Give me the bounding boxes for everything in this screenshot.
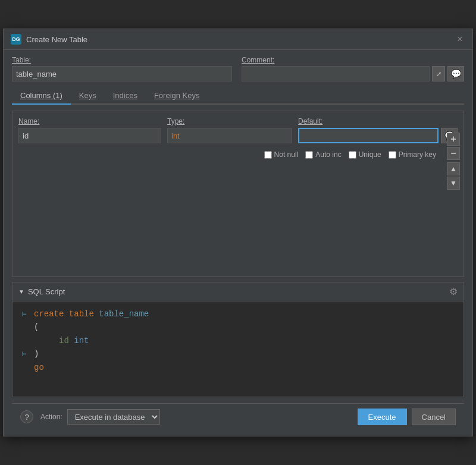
unique-checkbox-item[interactable]: Unique	[349, 150, 381, 159]
comment-field-group: Comment: ⤢ 💬	[242, 56, 464, 81]
not-null-label: Not null	[274, 150, 299, 159]
sql-line-5: go	[22, 361, 454, 374]
sql-script-section: ▼ SQL Script ⚙ ⊢ create table table_name	[12, 282, 464, 397]
sql-type-int: int	[74, 334, 89, 347]
sql-line-1: ⊢ create table table_name	[22, 307, 454, 321]
not-null-checkbox[interactable]	[264, 151, 272, 159]
gutter-icon-1: ⊢	[22, 309, 32, 321]
column-default-input[interactable]	[298, 128, 439, 143]
add-remove-buttons: + −	[447, 133, 460, 160]
table-name-input[interactable]	[12, 66, 232, 81]
tab-columns[interactable]: Columns (1)	[12, 87, 71, 105]
tab-indices[interactable]: Indices	[105, 87, 146, 105]
sql-table-name: table_name	[99, 307, 149, 321]
bottom-bar: ? Action: Execute in database Apply to t…	[12, 403, 464, 430]
tab-foreign-keys[interactable]: Foreign Keys	[146, 87, 208, 105]
column-options-row: Not null Auto inc Unique Primary key	[18, 148, 458, 161]
auto-inc-checkbox[interactable]	[305, 151, 313, 159]
table-field-group: Table:	[12, 56, 232, 81]
close-button[interactable]: ×	[455, 34, 465, 45]
bottom-left: ? Action: Execute in database Apply to t…	[20, 409, 160, 425]
action-select[interactable]: Execute in database Apply to table Copy …	[67, 409, 160, 425]
remove-column-button[interactable]: −	[447, 147, 460, 160]
sql-code-block: ⊢ create table table_name ( id	[12, 301, 464, 397]
title-bar-left: DG Create New Table	[11, 34, 87, 45]
tabs-bar: Columns (1) Keys Indices Foreign Keys	[12, 87, 464, 105]
sql-keyword-table: table	[69, 307, 94, 321]
name-column-header: Name:	[18, 117, 161, 125]
sql-line-4: ⊢ )	[22, 347, 454, 360]
scroll-down-button[interactable]: ▼	[447, 177, 460, 190]
comment-input-row: ⤢ 💬	[242, 66, 464, 81]
cancel-button[interactable]: Cancel	[412, 409, 456, 425]
app-icon: DG	[11, 34, 21, 45]
comment-label: Comment:	[242, 56, 464, 64]
sql-header-left: ▼ SQL Script	[18, 287, 65, 296]
primary-key-checkbox[interactable]	[389, 151, 396, 159]
default-column-header: Default:	[298, 117, 458, 125]
add-column-button[interactable]: +	[447, 133, 460, 146]
title-bar: DG Create New Table ×	[4, 29, 472, 50]
gutter-icon-4: ⊢	[22, 349, 32, 360]
action-row: Action: Execute in database Apply to tab…	[40, 409, 160, 425]
table-label: Table:	[12, 56, 232, 64]
dialog-body: Table: Comment: ⤢ 💬 Columns (1)	[4, 50, 472, 436]
execute-button[interactable]: Execute	[358, 409, 407, 425]
comment-expand-button[interactable]: ⤢	[432, 66, 445, 81]
comment-input[interactable]	[242, 66, 430, 81]
auto-inc-label: Auto inc	[315, 150, 341, 159]
column-name-input[interactable]	[18, 128, 161, 143]
column-type-input[interactable]	[167, 128, 292, 143]
unique-checkbox[interactable]	[349, 151, 356, 159]
sql-keyword-create: create	[34, 307, 64, 321]
type-column-header: Type:	[167, 117, 292, 125]
tab-keys[interactable]: Keys	[71, 87, 105, 105]
not-null-checkbox-item[interactable]: Not null	[264, 150, 299, 159]
sql-script-header: ▼ SQL Script ⚙	[12, 282, 464, 301]
sql-close-paren: )	[34, 347, 39, 360]
action-label: Action:	[40, 413, 62, 421]
sql-toggle-button[interactable]: ▼	[18, 288, 24, 295]
scroll-up-button[interactable]: ▲	[447, 162, 460, 175]
unique-label: Unique	[359, 150, 381, 159]
default-input-row: 💬	[298, 128, 458, 143]
scroll-buttons: ▲ ▼	[447, 162, 460, 190]
create-table-dialog: DG Create New Table × Table: Comment: ⤢	[3, 29, 473, 436]
primary-key-checkbox-item[interactable]: Primary key	[389, 150, 436, 159]
column-headers-row: Name: Type: Default:	[18, 117, 458, 125]
help-button[interactable]: ?	[20, 410, 33, 423]
dialog-action-buttons: Execute Cancel	[358, 409, 456, 425]
sql-column-id: id	[59, 334, 69, 347]
columns-editor-area: Name: Type: Default: 💬 +	[12, 111, 464, 277]
sql-line-2: (	[22, 321, 454, 334]
dialog-title: Create New Table	[26, 35, 87, 44]
sql-settings-button[interactable]: ⚙	[449, 286, 458, 297]
top-fields-row: Table: Comment: ⤢ 💬	[12, 56, 464, 81]
sql-script-title: SQL Script	[28, 287, 65, 296]
auto-inc-checkbox-item[interactable]: Auto inc	[305, 150, 341, 159]
sql-open-paren: (	[34, 321, 39, 334]
comment-icon-button[interactable]: 💬	[447, 66, 464, 81]
primary-key-label: Primary key	[399, 150, 436, 159]
sql-line-3: id int	[22, 334, 454, 347]
action-select-wrapper: Execute in database Apply to table Copy …	[67, 409, 160, 425]
column-inputs-row: 💬	[18, 128, 458, 143]
sql-keyword-go: go	[34, 361, 44, 374]
